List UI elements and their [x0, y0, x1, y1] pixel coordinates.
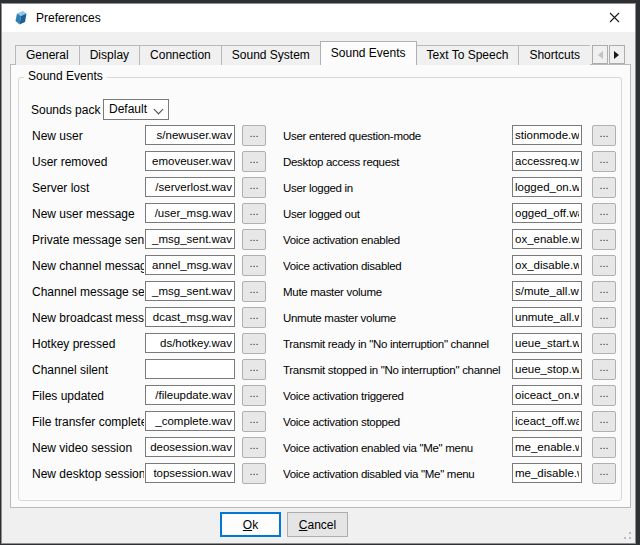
- sound-event-row: Desktop access request ...: [275, 151, 625, 177]
- browse-button[interactable]: ...: [242, 437, 266, 458]
- browse-button[interactable]: ...: [242, 203, 266, 224]
- sound-event-label: Voice activation enabled: [283, 230, 505, 250]
- sound-file-input[interactable]: [512, 255, 582, 275]
- close-button[interactable]: [599, 4, 629, 32]
- sound-file-input[interactable]: [512, 463, 582, 483]
- sound-file-input[interactable]: [512, 411, 582, 431]
- sound-file-input[interactable]: [512, 359, 582, 379]
- browse-button[interactable]: ...: [592, 203, 616, 224]
- sound-file-input[interactable]: [512, 177, 582, 197]
- titlebar: Preferences: [2, 4, 635, 32]
- sound-event-label: File transfer complete: [32, 412, 144, 432]
- tab[interactable]: Text To Speech: [416, 45, 520, 65]
- browse-button[interactable]: ...: [592, 359, 616, 380]
- sounds-pack-value: Default: [109, 100, 147, 119]
- sound-file-input[interactable]: [512, 437, 582, 457]
- sound-file-input[interactable]: [145, 463, 235, 483]
- cancel-button[interactable]: Cancel: [287, 512, 348, 537]
- sound-file-input[interactable]: [145, 229, 235, 249]
- browse-button[interactable]: ...: [592, 385, 616, 406]
- sound-event-label: Voice activation stopped: [283, 412, 505, 432]
- sound-event-row: Mute master volume ...: [275, 281, 625, 307]
- sound-file-input[interactable]: [145, 437, 235, 457]
- ok-button[interactable]: Ok: [220, 512, 281, 537]
- sound-file-input[interactable]: [512, 333, 582, 353]
- sound-file-input[interactable]: [145, 411, 235, 431]
- tab-scroll-right-button[interactable]: [609, 45, 625, 64]
- sound-file-input[interactable]: [512, 125, 582, 145]
- sound-event-label: Files updated: [32, 386, 144, 406]
- sound-event-label: Mute master volume: [283, 282, 505, 302]
- browse-button[interactable]: ...: [242, 229, 266, 250]
- sound-event-row: Voice activation triggered ...: [275, 385, 625, 411]
- tab-label: Sound Events: [331, 46, 406, 60]
- browse-button[interactable]: ...: [592, 229, 616, 250]
- sound-event-row: Voice activation disabled ...: [275, 255, 625, 281]
- sound-file-input[interactable]: [145, 203, 235, 223]
- browse-button[interactable]: ...: [242, 411, 266, 432]
- sounds-pack-select[interactable]: Default: [103, 99, 169, 120]
- sound-event-row: Server lost ...: [11, 177, 275, 203]
- browse-button[interactable]: ...: [592, 177, 616, 198]
- tab-bar: GeneralDisplayConnectionSound SystemSoun…: [15, 41, 590, 65]
- tab[interactable]: Display: [79, 45, 140, 65]
- sound-file-input[interactable]: [145, 307, 235, 327]
- browse-button[interactable]: ...: [592, 151, 616, 172]
- sound-event-label: Unmute master volume: [283, 308, 505, 328]
- sound-file-input[interactable]: [145, 125, 235, 145]
- sounds-pack-label: Sounds pack: [31, 100, 100, 120]
- sound-event-label: Server lost: [32, 178, 144, 198]
- browse-button[interactable]: ...: [592, 411, 616, 432]
- chevron-left-icon: [594, 51, 603, 59]
- browse-button[interactable]: ...: [592, 463, 616, 484]
- sound-file-input[interactable]: [145, 359, 235, 379]
- chevron-right-icon: [614, 51, 623, 59]
- sound-file-input[interactable]: [512, 281, 582, 301]
- preferences-dialog: Preferences GeneralDisplayConnectionSoun…: [1, 3, 636, 544]
- browse-button[interactable]: ...: [242, 177, 266, 198]
- sound-file-input[interactable]: [512, 203, 582, 223]
- sound-event-label: User logged out: [283, 204, 505, 224]
- sound-file-input[interactable]: [512, 385, 582, 405]
- sound-file-input[interactable]: [145, 333, 235, 353]
- browse-button[interactable]: ...: [242, 385, 266, 406]
- tab[interactable]: Connection: [139, 45, 222, 65]
- browse-button[interactable]: ...: [592, 255, 616, 276]
- sound-file-input[interactable]: [145, 177, 235, 197]
- groupbox-title: Sound Events: [24, 69, 107, 83]
- browse-button[interactable]: ...: [592, 281, 616, 302]
- tab[interactable]: General: [15, 45, 80, 65]
- sound-event-row: Transmit ready in "No interruption" chan…: [275, 333, 625, 359]
- resize-grip[interactable]: [619, 527, 631, 539]
- sound-event-row: New video session ...: [11, 437, 275, 463]
- browse-button[interactable]: ...: [242, 359, 266, 380]
- tab-scroll-left-button[interactable]: [592, 45, 608, 64]
- sound-file-input[interactable]: [145, 151, 235, 171]
- browse-button[interactable]: ...: [242, 281, 266, 302]
- sound-event-row: User entered question-mode ...: [275, 125, 625, 151]
- browse-button[interactable]: ...: [242, 463, 266, 484]
- sound-file-input[interactable]: [512, 151, 582, 171]
- sound-event-row: File transfer complete ...: [11, 411, 275, 437]
- tab[interactable]: Sound System: [221, 45, 321, 65]
- sound-event-row: Files updated ...: [11, 385, 275, 411]
- browse-button[interactable]: ...: [592, 125, 616, 146]
- sound-event-label: User entered question-mode: [283, 126, 505, 146]
- sound-file-input[interactable]: [145, 385, 235, 405]
- sound-file-input[interactable]: [512, 229, 582, 249]
- browse-button[interactable]: ...: [592, 437, 616, 458]
- browse-button[interactable]: ...: [242, 307, 266, 328]
- browse-button[interactable]: ...: [242, 125, 266, 146]
- browse-button[interactable]: ...: [242, 255, 266, 276]
- browse-button[interactable]: ...: [242, 333, 266, 354]
- tab[interactable]: Shortcuts: [518, 45, 590, 65]
- tab[interactable]: Sound Events: [320, 41, 417, 65]
- tab-label: Connection: [150, 48, 211, 62]
- sound-event-label: Voice activation enabled via "Me" menu: [283, 438, 505, 458]
- sound-file-input[interactable]: [145, 281, 235, 301]
- sound-file-input[interactable]: [512, 307, 582, 327]
- browse-button[interactable]: ...: [592, 307, 616, 328]
- browse-button[interactable]: ...: [242, 151, 266, 172]
- browse-button[interactable]: ...: [592, 333, 616, 354]
- sound-file-input[interactable]: [145, 255, 235, 275]
